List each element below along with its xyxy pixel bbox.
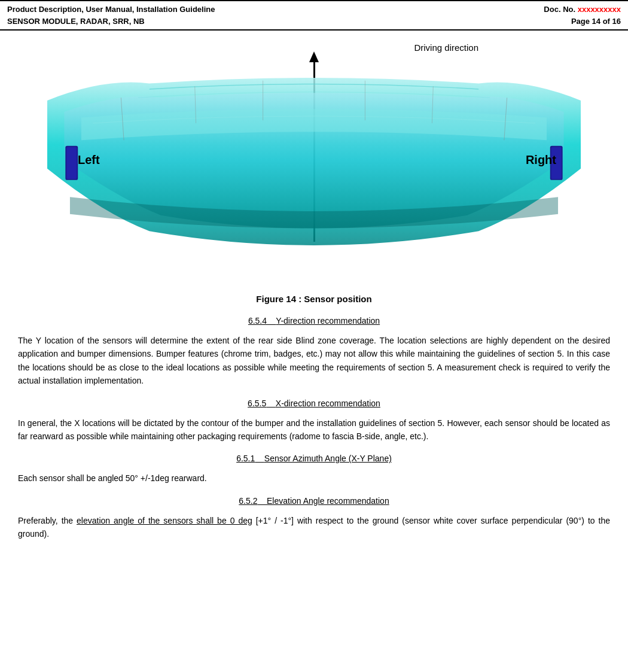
section-651-num: 6.5.1	[236, 454, 255, 463]
section-654-paragraph: The Y location of the sensors will deter…	[18, 336, 610, 385]
section-655-num: 6.5.5	[248, 399, 266, 408]
section-651-heading: 6.5.1 Sensor Azimuth Angle (X-Y Plane)	[18, 454, 610, 463]
header-title-line1: Product Description, User Manual, Instal…	[7, 4, 215, 16]
page-container: Product Description, User Manual, Instal…	[0, 0, 628, 672]
section-654-title: Y-direction recommendation	[276, 316, 380, 326]
page-header: Product Description, User Manual, Instal…	[0, 0, 628, 31]
header-page: Page 14 of 16	[544, 16, 621, 28]
header-title-line2: SENSOR MODULE, RADAR, SRR, NB	[7, 16, 215, 28]
bumper-illustration	[36, 66, 592, 271]
figure-container: Driving direction	[18, 37, 610, 304]
header-left: Product Description, User Manual, Instal…	[7, 4, 215, 27]
driving-direction-label: Driving direction	[414, 42, 478, 53]
section-652: 6.5.2 Elevation Angle recommendation Pre…	[18, 496, 610, 541]
right-label: Right	[526, 153, 556, 167]
sensor-image-area: Driving direction	[18, 37, 610, 288]
header-docno: Doc. No. xxxxxxxxxx	[544, 4, 621, 16]
header-docno-label: Doc. No.	[544, 5, 577, 14]
section-655-heading: 6.5.5 X-direction recommendation	[18, 399, 610, 408]
page-content: Driving direction	[0, 31, 628, 560]
header-docno-value: xxxxxxxxxx	[578, 5, 621, 14]
section-655-paragraph: In general, the X locations will be dict…	[18, 418, 610, 441]
section-655: 6.5.5 X-direction recommendation In gene…	[18, 399, 610, 443]
section-652-heading: 6.5.2 Elevation Angle recommendation	[18, 496, 610, 506]
section-651-text: Each sensor shall be angled 50° +/-1deg …	[18, 472, 610, 485]
section-655-title: X-direction recommendation	[276, 399, 380, 408]
section-652-text: Preferably, the elevation angle of the s…	[18, 514, 610, 541]
section-652-underline: elevation angle of the sensors shall be …	[77, 516, 252, 525]
left-label: Left	[78, 153, 100, 167]
svg-rect-1	[66, 147, 77, 179]
arrow-head	[309, 51, 319, 62]
figure-caption: Figure 14 : Sensor position	[18, 294, 610, 304]
section-655-text: In general, the X locations will be dict…	[18, 416, 610, 443]
the-word: the	[62, 516, 73, 525]
section-654: 6.5.4 Y-direction recommendation The Y l…	[18, 316, 610, 388]
section-654-heading: 6.5.4 Y-direction recommendation	[18, 316, 610, 326]
section-652-title: Elevation Angle recommendation	[267, 496, 389, 506]
header-right: Doc. No. xxxxxxxxxx Page 14 of 16	[544, 4, 621, 27]
section-651-paragraph: Each sensor shall be angled 50° +/-1deg …	[18, 473, 207, 483]
section-651-title: Sensor Azimuth Angle (X-Y Plane)	[264, 454, 392, 463]
section-654-text: The Y location of the sensors will deter…	[18, 334, 610, 388]
section-651: 6.5.1 Sensor Azimuth Angle (X-Y Plane) E…	[18, 454, 610, 485]
section-652-num: 6.5.2	[239, 496, 257, 506]
section-654-num: 6.5.4	[248, 316, 267, 326]
